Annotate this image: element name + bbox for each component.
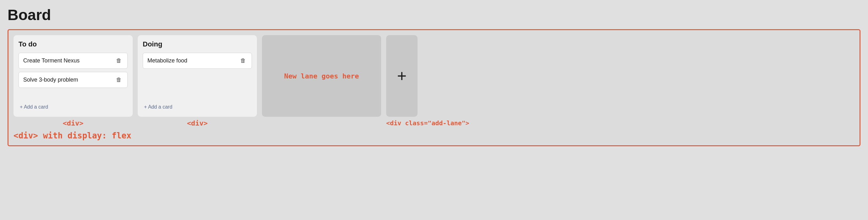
lane-todo: To do Create Torment Nexus 🗑 Solve 3-bod…	[13, 35, 133, 117]
lane-title-doing: Doing	[143, 40, 252, 48]
delete-card-2-button[interactable]: 🗑	[115, 76, 123, 83]
card-text: Solve 3-body problem	[23, 76, 78, 83]
trash-icon: 🗑	[240, 57, 246, 64]
lane-doing: Doing Metabolize food 🗑 + Add a card	[138, 35, 257, 117]
board-container: To do Create Torment Nexus 🗑 Solve 3-bod…	[7, 29, 861, 146]
add-card-doing-button[interactable]: + Add a card	[143, 102, 252, 112]
lane-wrapper-doing: Doing Metabolize food 🗑 + Add a card <di…	[138, 35, 257, 127]
add-card-todo-button[interactable]: + Add a card	[19, 102, 128, 112]
add-lane-button[interactable]: +	[386, 35, 417, 117]
new-lane-placeholder: New lane goes here	[262, 35, 381, 117]
lane-todo-annotation: <div>	[63, 119, 84, 127]
delete-card-3-button[interactable]: 🗑	[239, 57, 247, 64]
card-text: Metabolize food	[148, 57, 187, 64]
card-text: Create Torment Nexus	[23, 57, 80, 64]
card-solve-3-body: Solve 3-body problem 🗑	[19, 72, 128, 88]
board-lanes: To do Create Torment Nexus 🗑 Solve 3-bod…	[13, 35, 855, 127]
add-lane-label: <div class="add-lane">	[386, 119, 469, 127]
page-title: Board	[7, 6, 861, 24]
new-lane-placeholder-text: New lane goes here	[284, 72, 359, 80]
card-metabolize-food: Metabolize food 🗑	[143, 53, 252, 69]
trash-icon: 🗑	[116, 76, 122, 83]
lane-title-todo: To do	[19, 40, 128, 48]
card-create-torment-nexus: Create Torment Nexus 🗑	[19, 53, 128, 69]
bottom-annotation: <div> with display: flex	[13, 131, 855, 140]
lane-doing-annotation: <div>	[187, 119, 208, 127]
add-lane-plus-icon: +	[397, 68, 407, 84]
trash-icon: 🗑	[116, 57, 122, 64]
lane-wrapper-todo: To do Create Torment Nexus 🗑 Solve 3-bod…	[13, 35, 133, 127]
add-lane-wrapper: + <div class="add-lane">	[386, 35, 469, 127]
delete-card-1-button[interactable]: 🗑	[115, 57, 123, 64]
